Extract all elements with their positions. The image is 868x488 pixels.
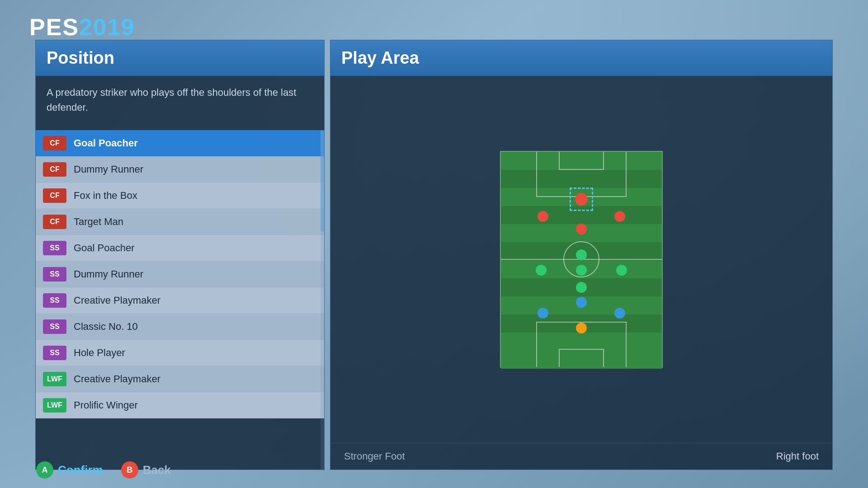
logo-pes: PES	[29, 14, 79, 40]
game-logo: PES2019	[29, 14, 135, 41]
position-badge: LWF	[43, 372, 66, 386]
position-badge: SS	[43, 267, 66, 282]
confirm-label: Confirm	[58, 463, 103, 477]
position-item[interactable]: SSClassic No. 10	[36, 314, 324, 340]
position-name: Dummy Runner	[74, 164, 143, 175]
player-dot	[536, 265, 547, 276]
player-dot	[576, 224, 587, 235]
position-badge: SS	[43, 293, 66, 308]
position-name: Hole Player	[74, 347, 125, 359]
player-dot	[576, 297, 587, 308]
player-dot	[538, 308, 548, 319]
play-area-panel: Play Area St	[330, 40, 833, 470]
player-dot	[614, 211, 625, 222]
position-header: Position	[36, 40, 324, 76]
position-name: Classic No. 10	[74, 321, 138, 333]
position-badge: CF	[43, 188, 66, 203]
position-item[interactable]: CFTarget Man	[36, 209, 324, 235]
position-item[interactable]: SSGoal Poacher	[36, 235, 324, 261]
position-item[interactable]: CFDummy Runner	[36, 156, 324, 183]
player-dot	[616, 265, 627, 276]
position-list: CFGoal PoacherCFDummy RunnerCFFox in the…	[36, 130, 324, 418]
player-dot	[614, 308, 625, 319]
position-list-wrapper: CFGoal PoacherCFDummy RunnerCFFox in the…	[36, 130, 324, 469]
scrollbar[interactable]	[321, 130, 324, 469]
main-container: Position A predatory striker who plays o…	[35, 40, 833, 470]
position-item[interactable]: LWFCreative Playmaker	[36, 366, 324, 392]
position-title: Position	[47, 48, 313, 68]
goal-top	[559, 152, 604, 170]
position-name: Creative Playmaker	[74, 295, 160, 306]
play-area-title: Play Area	[341, 48, 821, 68]
position-item[interactable]: CFGoal Poacher	[36, 130, 324, 156]
play-area-header: Play Area	[330, 40, 832, 76]
position-badge: CF	[43, 162, 66, 177]
position-name: Target Man	[74, 216, 123, 228]
position-badge: SS	[43, 319, 66, 334]
player-dot	[576, 249, 587, 260]
player-dot	[576, 265, 587, 276]
soccer-field	[500, 151, 663, 368]
position-badge: SS	[43, 346, 66, 360]
position-badge: SS	[43, 241, 66, 255]
player-dot	[575, 193, 588, 206]
position-description: A predatory striker who plays off the sh…	[36, 76, 324, 130]
position-badge: CF	[43, 136, 66, 150]
goal-bottom	[559, 349, 604, 367]
position-item[interactable]: LWFProlific Winger	[36, 392, 324, 418]
scrollbar-thumb	[321, 130, 324, 232]
player-dot	[576, 323, 587, 333]
player-dot	[538, 211, 548, 222]
a-button-icon: A	[36, 461, 53, 479]
bottom-bar: A Confirm B Back	[0, 452, 868, 488]
position-name: Goal Poacher	[74, 137, 138, 149]
position-badge: CF	[43, 215, 66, 229]
position-name: Dummy Runner	[74, 268, 143, 280]
field-container	[330, 76, 832, 443]
logo-year: 2019	[79, 14, 135, 40]
position-item[interactable]: SSDummy Runner	[36, 261, 324, 287]
position-badge: LWF	[43, 398, 66, 413]
position-item[interactable]: SSCreative Playmaker	[36, 287, 324, 314]
back-button[interactable]: B Back	[121, 461, 171, 479]
position-name: Goal Poacher	[74, 242, 135, 254]
player-dot	[576, 282, 587, 293]
position-name: Creative Playmaker	[74, 373, 160, 385]
position-item[interactable]: SSHole Player	[36, 340, 324, 366]
position-panel: Position A predatory striker who plays o…	[35, 40, 325, 470]
position-item[interactable]: CFFox in the Box	[36, 183, 324, 209]
back-label: Back	[143, 463, 171, 477]
position-name: Fox in the Box	[74, 190, 137, 202]
position-name: Prolific Winger	[74, 399, 138, 411]
b-button-icon: B	[121, 461, 138, 479]
confirm-button[interactable]: A Confirm	[36, 461, 103, 479]
